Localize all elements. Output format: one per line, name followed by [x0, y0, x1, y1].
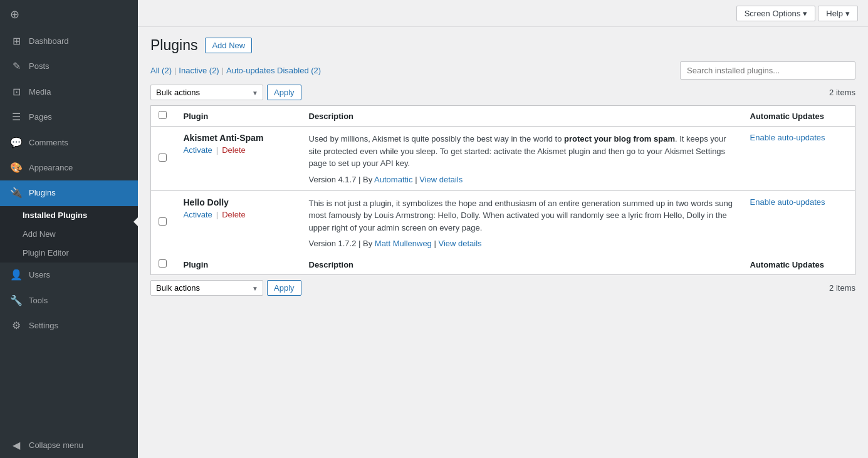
hellodolly-activate-link[interactable]: Activate: [184, 210, 212, 219]
sidebar-item-label: Dashboard: [29, 36, 69, 47]
bulk-actions-wrap-bottom: Bulk actions Activate Deactivate Delete …: [150, 280, 301, 296]
table-row: Hello Dolly Activate | Delete This is no…: [151, 190, 855, 254]
bulk-select-wrap-top: Bulk actions Activate Deactivate Delete …: [150, 85, 263, 100]
screen-options-button[interactable]: Screen Options ▾: [736, 6, 816, 21]
hellodolly-checkbox[interactable]: [159, 217, 167, 226]
sidebar-item-label: Settings: [29, 320, 58, 331]
add-new-label: Add New: [23, 229, 56, 240]
akismet-viewdetails-link[interactable]: View details: [419, 175, 463, 184]
sidebar-item-label: Media: [29, 86, 51, 98]
items-count-bottom: 2 items: [829, 283, 855, 293]
hellodolly-name: Hello Dolly: [184, 197, 294, 207]
content-area: Plugins Add New All (2) | Inactive (2) |…: [138, 27, 868, 458]
search-input[interactable]: [680, 61, 855, 80]
filter-autoupdates-link[interactable]: Auto-updates Disabled (2): [226, 66, 321, 75]
filter-sep-2: |: [222, 66, 224, 75]
sidebar-item-posts[interactable]: ✎ Posts: [0, 54, 138, 79]
tfoot-th-autoupdates: Automatic Updates: [743, 254, 855, 275]
sidebar-item-installed-plugins[interactable]: Installed Plugins: [0, 206, 138, 225]
akismet-checkbox[interactable]: [159, 154, 167, 162]
hellodolly-checkbox-cell: [151, 190, 176, 254]
akismet-actions: Activate | Delete: [184, 145, 294, 155]
bulk-actions-select-bottom[interactable]: Bulk actions Activate Deactivate Delete …: [150, 280, 263, 296]
users-icon: 👤: [10, 268, 23, 282]
hellodolly-plugin-cell: Hello Dolly Activate | Delete: [176, 190, 301, 254]
akismet-autoupdates-cell: Enable auto-updates: [743, 127, 855, 191]
screen-options-label: Screen Options: [745, 9, 801, 18]
installed-plugins-label: Installed Plugins: [23, 210, 87, 221]
sidebar-item-users[interactable]: 👤 Users: [0, 263, 138, 288]
akismet-author-link[interactable]: Automattic: [374, 175, 412, 184]
sidebar-item-dashboard[interactable]: ⊞ Dashboard: [0, 29, 138, 54]
sidebar-item-appearance[interactable]: 🎨 Appearance: [0, 155, 138, 180]
plugins-submenu: Installed Plugins Add New Plugin Editor: [0, 206, 138, 263]
help-button[interactable]: Help ▾: [818, 6, 858, 21]
akismet-bold-text: protect your blog from spam: [564, 134, 675, 143]
sidebar-item-label: Tools: [29, 295, 48, 306]
sidebar-item-media[interactable]: ⊡ Media: [0, 80, 138, 105]
comments-icon: 💬: [10, 136, 23, 150]
th-autoupdates: Automatic Updates: [743, 106, 855, 127]
bulk-actions-wrap-top: Bulk actions Activate Deactivate Delete …: [150, 85, 301, 100]
th-plugin: Plugin: [176, 106, 301, 127]
help-chevron-icon: ▾: [845, 9, 850, 18]
hellodolly-description: This is not just a plugin, it symbolizes…: [309, 197, 735, 234]
bulk-actions-select-top[interactable]: Bulk actions Activate Deactivate Delete …: [150, 85, 263, 100]
tfoot-th-description: Description: [301, 254, 743, 275]
akismet-delete-link[interactable]: Delete: [222, 145, 246, 155]
apply-button-top[interactable]: Apply: [267, 85, 301, 100]
hellodolly-viewdetails-link[interactable]: View details: [438, 239, 481, 248]
appearance-icon: 🎨: [10, 161, 23, 175]
sidebar-item-plugins[interactable]: 🔌 Plugins: [0, 180, 138, 206]
sidebar-item-tools[interactable]: 🔧 Tools: [0, 288, 138, 313]
bottom-actions-row: Bulk actions Activate Deactivate Delete …: [150, 280, 855, 296]
hellodolly-enable-autoupdates-link[interactable]: Enable auto-updates: [750, 197, 825, 207]
table-header-row: Plugin Description Automatic Updates: [151, 106, 855, 127]
filter-inactive-link[interactable]: Inactive (2): [179, 66, 219, 75]
th-description: Description: [301, 106, 743, 127]
hellodolly-autoupdates-cell: Enable auto-updates: [743, 190, 855, 254]
collapse-icon: ◀: [10, 439, 23, 452]
hellodolly-meta: Version 1.7.2 | By Matt Mullenweg | View…: [309, 239, 735, 248]
settings-icon: ⚙: [10, 319, 23, 333]
bulk-select-wrap-bottom: Bulk actions Activate Deactivate Delete …: [150, 280, 263, 296]
akismet-enable-autoupdates-link[interactable]: Enable auto-updates: [750, 133, 825, 142]
sidebar-item-settings[interactable]: ⚙ Settings: [0, 313, 138, 338]
topbar: Screen Options ▾ Help ▾: [138, 0, 868, 27]
hellodolly-desc-cell: This is not just a plugin, it symbolizes…: [301, 190, 743, 254]
hellodolly-author-link[interactable]: Matt Mullenweg: [375, 239, 432, 248]
filter-bar: All (2) | Inactive (2) | Auto-updates Di…: [150, 61, 855, 80]
table-row: Akismet Anti-Spam Activate | Delete Used…: [151, 127, 855, 191]
help-label: Help: [826, 9, 843, 18]
add-new-button[interactable]: Add New: [205, 38, 252, 53]
akismet-activate-link[interactable]: Activate: [184, 145, 212, 155]
sidebar-logo: ⊕: [0, 0, 138, 29]
hellodolly-delete-link[interactable]: Delete: [222, 210, 246, 219]
sidebar-item-plugin-editor[interactable]: Plugin Editor: [0, 244, 138, 263]
sidebar-collapse-menu[interactable]: ◀ Collapse menu: [0, 433, 138, 458]
select-all-checkbox-bottom[interactable]: [159, 259, 167, 268]
plugins-icon: 🔌: [10, 186, 23, 200]
sidebar-item-label: Users: [29, 269, 50, 281]
akismet-desc-cell: Used by millions, Akismet is quite possi…: [301, 127, 743, 191]
collapse-label: Collapse menu: [29, 440, 83, 451]
main-content: Screen Options ▾ Help ▾ Plugins Add New …: [138, 0, 868, 458]
tools-icon: 🔧: [10, 294, 23, 308]
filter-sep-1: |: [174, 66, 176, 75]
sidebar-item-comments[interactable]: 💬 Comments: [0, 130, 138, 155]
sidebar-item-label: Comments: [29, 137, 68, 148]
akismet-description: Used by millions, Akismet is quite possi…: [309, 133, 735, 170]
akismet-meta: Version 4.1.7 | By Automattic | View det…: [309, 175, 735, 184]
th-checkbox: [151, 106, 176, 127]
apply-button-bottom[interactable]: Apply: [267, 280, 301, 296]
active-indicator: [133, 217, 138, 227]
sidebar-item-pages[interactable]: ☰ Pages: [0, 105, 138, 130]
select-all-checkbox-top[interactable]: [159, 111, 167, 119]
filter-all-link[interactable]: All (2): [150, 66, 172, 75]
dashboard-icon: ⊞: [10, 34, 23, 48]
plugin-editor-label: Plugin Editor: [23, 247, 69, 259]
akismet-checkbox-cell: [151, 127, 176, 191]
filter-links: All (2) | Inactive (2) | Auto-updates Di…: [150, 66, 321, 75]
akismet-action-sep: |: [216, 145, 218, 155]
sidebar-item-add-new[interactable]: Add New: [0, 225, 138, 244]
